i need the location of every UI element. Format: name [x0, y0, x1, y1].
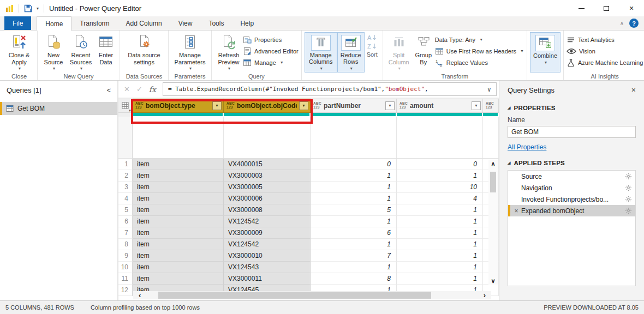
horizontal-scrollbar-thumb[interactable] — [158, 292, 431, 299]
collapse-ribbon-icon[interactable]: ∧ — [620, 20, 624, 26]
properties-section-header[interactable]: ◢ PROPERTIES — [508, 105, 636, 111]
formula-expand-icon[interactable]: ∨ — [483, 86, 491, 93]
split-column-button[interactable]: Split Column▼ — [386, 32, 412, 73]
row-number[interactable]: 4 — [118, 193, 133, 204]
status-profiling-info[interactable]: Column profiling based on top 1000 rows — [91, 304, 200, 311]
formula-accept-icon[interactable]: ✓ — [136, 85, 142, 93]
cell-objcode[interactable]: VX3000003 — [224, 170, 311, 182]
cell-objcode[interactable]: VX3000011 — [224, 273, 311, 285]
cell-amount[interactable]: 1 — [397, 216, 483, 227]
row-number[interactable]: 12 — [118, 285, 133, 296]
sort-descending-icon[interactable]: Z — [367, 43, 378, 50]
formula-cancel-icon[interactable]: ✕ — [124, 85, 130, 93]
row-number[interactable]: 10 — [118, 262, 133, 273]
tab-add-column[interactable]: Add Column — [118, 16, 170, 30]
scroll-right-icon[interactable]: › — [484, 291, 486, 299]
cell-objcode[interactable]: VX4000015 — [224, 159, 311, 170]
new-source-button[interactable]: New Source▼ — [40, 32, 67, 73]
manage-columns-button[interactable]: Manage Columns▼ — [305, 32, 337, 73]
maximize-button[interactable] — [594, 0, 619, 16]
close-and-apply-button[interactable]: Close & Apply▼ — [4, 32, 34, 73]
applied-step-navigation[interactable]: Navigation — [508, 182, 635, 194]
applied-steps-section-header[interactable]: ◢ APPLIED STEPS — [508, 160, 636, 166]
fx-icon[interactable]: fx — [149, 85, 156, 94]
query-name-input[interactable] — [508, 126, 636, 138]
filter-icon[interactable]: ▼ — [472, 101, 481, 110]
row-number[interactable]: 9 — [118, 250, 133, 262]
cell-partnumber[interactable]: 1 — [311, 262, 397, 273]
cell-objcode[interactable]: VX124542 — [224, 216, 311, 227]
cell-partnumber[interactable]: 1 — [311, 216, 397, 227]
row-number[interactable]: 1 — [118, 159, 133, 170]
group-by-button[interactable]: Group By — [412, 32, 435, 65]
panel-close-icon[interactable]: × — [631, 86, 636, 94]
azure-machine-learning-button[interactable]: Azure Machine Learning — [567, 57, 643, 68]
applied-step-source[interactable]: Source — [508, 171, 635, 182]
vertical-scrollbar[interactable]: ∧ ∨ — [488, 160, 498, 285]
cell-amount[interactable]: 4 — [397, 193, 483, 204]
vertical-scrollbar-thumb[interactable] — [490, 172, 496, 192]
close-button[interactable]: × — [619, 0, 644, 16]
cell-amount[interactable]: 10 — [397, 182, 483, 193]
filter-icon[interactable]: ▼ — [212, 101, 222, 110]
enter-data-button[interactable]: Enter Data — [95, 32, 117, 65]
filter-icon[interactable]: ▼ — [299, 101, 308, 110]
row-number[interactable]: 7 — [118, 227, 133, 239]
tab-view[interactable]: View — [170, 16, 201, 30]
queries-collapse-icon[interactable]: < — [106, 86, 111, 94]
cell-objcode[interactable]: VX3000010 — [224, 250, 311, 262]
cell-partnumber[interactable]: 7 — [311, 250, 397, 262]
cell-type[interactable]: item — [133, 262, 224, 273]
cell-partnumber[interactable]: 1 — [311, 182, 397, 193]
row-number[interactable]: 8 — [118, 239, 133, 250]
cell-objcode[interactable]: VX3000005 — [224, 182, 311, 193]
cell-type[interactable]: item — [133, 182, 224, 193]
data-type-button[interactable]: Data Type: Any▼ — [435, 34, 524, 45]
help-icon[interactable]: ? — [629, 19, 639, 28]
advanced-editor-button[interactable]: Advanced Editor — [243, 45, 299, 57]
cell-amount[interactable]: 1 — [397, 227, 483, 239]
row-number[interactable]: 6 — [118, 216, 133, 227]
refresh-preview-button[interactable]: Refresh Preview▼ — [214, 32, 243, 73]
tab-help[interactable]: Help — [232, 16, 262, 30]
cell-partnumber[interactable]: 6 — [311, 227, 397, 239]
formula-input[interactable]: = Table.ExpandRecordColumn(#"Invoked Fun… — [163, 82, 497, 96]
cell-objcode[interactable]: VX124543 — [224, 262, 311, 273]
cell-objcode[interactable]: VX124542 — [224, 239, 311, 250]
gear-icon[interactable] — [625, 173, 631, 179]
scroll-down-icon[interactable]: ∨ — [488, 277, 498, 285]
file-menu-button[interactable]: File — [4, 16, 31, 30]
replace-values-button[interactable]: 12 Replace Values — [435, 57, 524, 68]
row-number[interactable]: 3 — [118, 182, 133, 193]
minimize-button[interactable] — [569, 0, 594, 16]
applied-step-expanded-bomobject[interactable]: × Expanded bomObject — [508, 205, 635, 216]
cell-type[interactable]: item — [133, 227, 224, 239]
tab-tools[interactable]: Tools — [200, 16, 232, 30]
cell-amount[interactable]: 1 — [397, 273, 483, 285]
data-source-settings-button[interactable]: Data source settings — [123, 32, 165, 65]
applied-step-invoked-function[interactable]: Invoked Functionprojects/bo... — [508, 194, 635, 205]
reduce-rows-button[interactable]: Reduce Rows▼ — [337, 32, 365, 73]
cell-type[interactable]: item — [133, 193, 224, 204]
vision-button[interactable]: Vision — [567, 45, 643, 57]
query-list-item-get-bom[interactable]: Get BOM — [0, 102, 117, 115]
cell-partnumber[interactable]: 5 — [311, 204, 397, 216]
column-header-bomobject-objcode[interactable]: ABC123 bomObject.objCode ▼ — [224, 99, 311, 113]
scroll-left-icon[interactable]: ‹ — [139, 291, 141, 299]
row-number[interactable]: 2 — [118, 170, 133, 182]
cell-type[interactable]: item — [133, 204, 224, 216]
sort-ascending-icon[interactable]: A — [367, 34, 378, 41]
cell-objcode[interactable]: VX3000009 — [224, 227, 311, 239]
delete-step-icon[interactable]: × — [511, 207, 521, 215]
cell-partnumber[interactable]: 1 — [311, 239, 397, 250]
quick-access-caret-icon[interactable]: ▾ — [37, 6, 39, 11]
cell-partnumber[interactable]: 1 — [311, 170, 397, 182]
cell-partnumber[interactable]: 0 — [311, 159, 397, 170]
text-analytics-button[interactable]: Text Analytics — [567, 34, 643, 45]
all-properties-link[interactable]: All Properties — [508, 143, 546, 151]
column-header-amount[interactable]: ABC123 amount ▼ — [397, 99, 483, 113]
cell-type[interactable]: item — [133, 170, 224, 182]
use-first-row-as-headers-button[interactable]: Use First Row as Headers▼ — [435, 45, 524, 57]
cell-partnumber[interactable]: 1 — [311, 193, 397, 204]
column-header-partnumber[interactable]: ABC123 partNumber ▼ — [311, 99, 397, 113]
